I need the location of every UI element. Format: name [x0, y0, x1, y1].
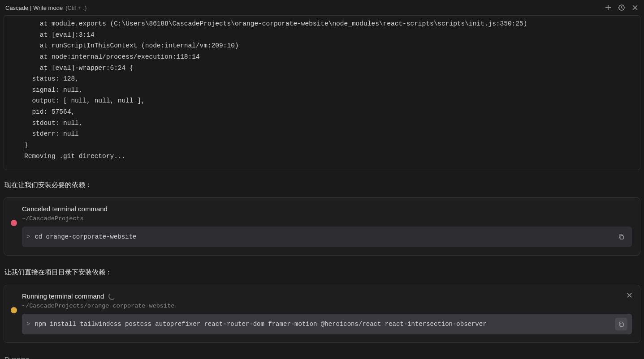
- copy-button[interactable]: [615, 231, 627, 243]
- prompt-symbol: >: [26, 321, 30, 328]
- svg-rect-8: [620, 323, 623, 327]
- command-status-title: Running terminal command: [22, 292, 104, 300]
- command-header-canceled: Canceled terminal command: [22, 205, 632, 213]
- header-title-area: Cascade | Write mode (Ctrl + .): [5, 4, 86, 11]
- command-path-1: ~/CascadeProjects: [22, 215, 632, 222]
- command-status-title: Canceled terminal command: [22, 205, 108, 213]
- terminal-output-block: at module.exports (C:\Users\86188\Cascad…: [4, 15, 640, 170]
- command-row-2: > npm install tailwindcss postcss autopr…: [22, 314, 632, 334]
- app-title: Cascade | Write mode: [5, 4, 63, 11]
- status-dot-canceled: [11, 220, 17, 226]
- command-text-1: cd orange-corporate-website: [35, 233, 610, 240]
- canceled-command-block: Canceled terminal command ~/CascadeProje…: [4, 197, 640, 256]
- copy-button[interactable]: [615, 318, 627, 330]
- main-content: at module.exports (C:\Users\86188\Cascad…: [0, 15, 644, 359]
- command-text-2: npm install tailwindcss postcss autopref…: [35, 321, 610, 328]
- terminal-output: at module.exports (C:\Users\86188\Cascad…: [4, 16, 640, 170]
- more-icon[interactable]: [631, 4, 639, 11]
- command-header-running: Running terminal command: [22, 292, 632, 300]
- narration-text-2: 让我们直接在项目目录下安装依赖：: [4, 266, 640, 285]
- footer-status: Running...: [4, 354, 640, 359]
- shortcut-hint: (Ctrl + .): [65, 4, 86, 11]
- close-icon[interactable]: [625, 291, 634, 299]
- command-row-1: > cd orange-corporate-website: [22, 227, 632, 247]
- svg-rect-5: [620, 236, 623, 239]
- running-command-block: Running terminal command ~/CascadeProjec…: [4, 285, 640, 343]
- header-actions: [605, 4, 639, 11]
- prompt-symbol: >: [26, 233, 30, 240]
- new-icon[interactable]: [605, 4, 612, 11]
- command-path-2: ~/CascadeProjects/orange-corporate-websi…: [22, 303, 632, 309]
- narration-text-1: 现在让我们安装必要的依赖：: [4, 179, 640, 197]
- history-icon[interactable]: [618, 4, 625, 11]
- status-dot-running: [11, 307, 17, 313]
- header: Cascade | Write mode (Ctrl + .): [0, 0, 644, 15]
- spinner-icon: [108, 293, 116, 300]
